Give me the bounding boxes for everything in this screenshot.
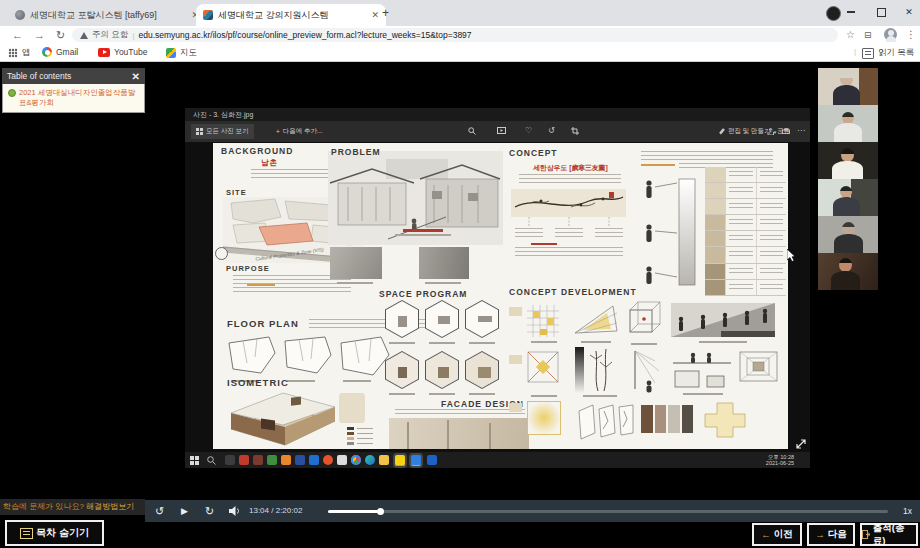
taskbar-app-icon — [427, 455, 437, 465]
toc-panel: Table of contents ✕ 2021 세명대실내디자인졸업작품발표&… — [2, 68, 145, 113]
tab-strip: 세명대학교 포탈시스템 [taffy69] ✕ 세명대학교 강의지원시스템 ✕ … — [0, 0, 920, 26]
close-button[interactable]: ✕ — [896, 0, 920, 24]
bamboo-diagram — [588, 347, 618, 393]
bookmark-youtube[interactable]: YouTube — [98, 47, 147, 57]
clock-date: 2021-06-25 — [766, 460, 794, 466]
space-hexagon — [465, 300, 499, 338]
toc-body: 2021 세명대실내디자인졸업작품발표&평가회 — [2, 84, 145, 113]
divider: | — [854, 47, 856, 56]
bookmark-map[interactable]: 지도 — [166, 47, 197, 59]
reading-list[interactable]: 읽기 목록 — [862, 47, 914, 59]
zoom-icon — [468, 127, 476, 137]
help-link[interactable]: 해결방법보기 — [86, 502, 134, 511]
board-heading: CONCEPT DEVELOPMENT — [509, 287, 637, 297]
participant-video — [818, 68, 878, 105]
figures-and-panel — [641, 177, 699, 289]
profile-avatar[interactable] — [884, 28, 897, 41]
toc-item[interactable]: 2021 세명대실내디자인졸업작품발표&평가회 — [8, 88, 139, 108]
new-tab-icon[interactable]: + — [382, 6, 389, 20]
lecture-page: Table of contents ✕ 2021 세명대실내디자인졸업작품발표&… — [0, 62, 920, 548]
tab-lms[interactable]: 세명대학교 강의지원시스템 ✕ — [196, 4, 386, 26]
caption-line — [337, 282, 373, 284]
back-icon[interactable]: ← — [12, 26, 23, 44]
taskbar-search-icon — [207, 456, 216, 465]
right-arrow-icon: → — [815, 529, 825, 540]
reload-icon[interactable]: ↻ — [56, 26, 65, 44]
share-icon — [767, 128, 774, 135]
progress-track[interactable] — [328, 510, 888, 513]
caption-line — [395, 234, 451, 236]
connector-lines — [511, 217, 626, 227]
board-heading: PROBLEM — [331, 147, 381, 157]
forward-icon[interactable]: → — [34, 26, 45, 44]
participant-torso — [831, 271, 860, 290]
windows-taskbar: 오후 10:28 2021-06-25 — [185, 452, 810, 468]
caption-line — [429, 342, 455, 344]
forward-icon[interactable]: ↻ — [205, 500, 214, 522]
photos-app-titlebar: 사진 - 3. 심화전.jpg — [185, 108, 810, 121]
plan-cross-diagram — [703, 401, 747, 439]
next-button[interactable]: → 다음 — [807, 523, 855, 546]
volume-icon[interactable] — [229, 506, 240, 516]
toc-item-label: 2021 세명대실내디자인졸업작품발표&평가회 — [19, 88, 139, 108]
prev-button[interactable]: ← 이전 — [752, 523, 802, 546]
progress-handle[interactable] — [377, 508, 384, 515]
participant-head — [839, 258, 852, 272]
tab-close-icon[interactable]: ✕ — [371, 10, 379, 20]
hide-toc-button[interactable]: 목차 숨기기 — [5, 520, 104, 546]
caption-line — [531, 395, 557, 397]
omnibox[interactable]: 주의 요함 | edu.semyung.ac.kr/ilos/pf/course… — [72, 28, 838, 42]
bookmark-label: YouTube — [114, 47, 147, 57]
security-warning[interactable]: 주의 요함 — [92, 29, 128, 41]
board-heading: PURPOSE — [226, 264, 270, 273]
playback-speed[interactable]: 1x — [903, 500, 912, 522]
prev-label: 이전 — [774, 528, 793, 541]
youtube-icon — [98, 48, 110, 57]
tab-portal[interactable]: 세명대학교 포탈시스템 [taffy69] ✕ — [8, 4, 206, 26]
board-heading: BACKGROUND — [221, 146, 293, 156]
text-line — [595, 228, 623, 237]
caption-line — [343, 380, 371, 382]
taskbar-app-icon — [239, 455, 249, 465]
bookmark-apps[interactable]: 앱 — [8, 47, 31, 59]
toc-close-icon[interactable]: ✕ — [132, 71, 140, 82]
windows-start-icon — [190, 456, 199, 465]
side-panel-icon[interactable]: ⊟ — [864, 26, 872, 44]
participant-torso — [834, 123, 862, 142]
reading-list-label: 읽기 목록 — [878, 47, 914, 59]
apps-grid-icon — [8, 48, 18, 58]
taskbar-clock: 오후 10:28 2021-06-25 — [766, 454, 794, 467]
caption-line — [581, 341, 611, 343]
taskbar-app-icon — [295, 455, 305, 465]
attendance-button[interactable]: 출석(종료) — [860, 523, 918, 546]
view-all-photos-button: 모든 사진 보기 — [191, 124, 254, 139]
maximize-button[interactable] — [868, 0, 894, 24]
chrome-icon — [351, 455, 361, 465]
taskbar-app-icon — [337, 455, 347, 465]
player-bar: ↺ ▶ ↻ 13:04 / 2:20:02 1x — [145, 500, 920, 522]
board-heading: SITE — [226, 188, 247, 197]
participant-video — [818, 142, 878, 179]
sehan-label: 세한삼우도 [歲寒三友圖] — [513, 163, 628, 173]
replay-icon[interactable]: ↺ — [155, 500, 164, 522]
taskbar-app-icon — [253, 455, 263, 465]
taskbar-app-icon — [323, 455, 333, 465]
file-explorer-icon — [379, 455, 389, 465]
x-square-diagram — [527, 351, 559, 383]
concept-table — [705, 167, 786, 296]
more-dots-icon: ⋯ — [797, 127, 805, 135]
section-tag — [509, 307, 522, 316]
progress-fill — [328, 510, 380, 513]
edit-pencil-icon — [718, 128, 725, 135]
menu-dots-icon[interactable]: ⋮ — [906, 26, 916, 44]
section-tag — [509, 403, 522, 412]
minimize-button[interactable] — [838, 0, 864, 24]
caption-line — [429, 393, 455, 395]
play-icon[interactable]: ▶ — [181, 500, 188, 522]
screen: 세명대학교 포탈시스템 [taffy69] ✕ 세명대학교 강의지원시스템 ✕ … — [0, 0, 920, 548]
bookmark-star-icon[interactable]: ☆ — [846, 26, 855, 44]
taskbar-app-icon — [281, 455, 291, 465]
bookmark-gmail[interactable]: Gmail — [42, 47, 78, 57]
url-text[interactable]: edu.semyung.ac.kr/ilos/pf/course/online_… — [138, 30, 471, 40]
slideshow-icon — [497, 127, 506, 136]
